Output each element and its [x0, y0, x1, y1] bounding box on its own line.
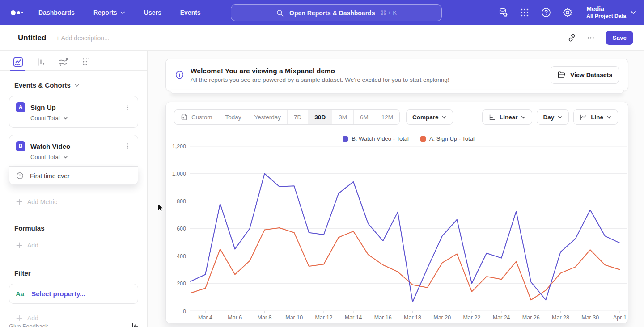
filter-header: Filter [14, 269, 147, 277]
metric-menu-icon[interactable] [123, 103, 132, 112]
legend-swatch [420, 136, 426, 142]
copy-link-icon[interactable] [568, 34, 576, 42]
x-axis-label: Mar 26 [522, 314, 540, 321]
tab-retention[interactable] [81, 56, 92, 70]
y-axis-label: 400 [177, 253, 186, 260]
chart-type-selector[interactable]: Line [573, 109, 618, 125]
primary-nav: DashboardsReportsUsersEvents [38, 9, 201, 16]
legend-item-b-watch-video-total[interactable]: B. Watch Video - Total [343, 135, 409, 142]
nav-item-events[interactable]: Events [180, 9, 201, 16]
plus-icon [16, 242, 22, 248]
add-description-field[interactable]: + Add description... [56, 34, 109, 42]
metric-card-b[interactable]: B Watch Video Count Total [9, 135, 138, 167]
x-axis-label: Mar 18 [404, 314, 421, 321]
chart-legend: B. Watch Video - TotalA. Sign Up - Total [191, 135, 627, 142]
y-axis-label: 200 [177, 281, 186, 287]
metric-name[interactable]: Sign Up [30, 104, 119, 111]
plus-icon [16, 199, 22, 205]
range-3m[interactable]: 3M [332, 110, 353, 124]
tab-insights[interactable] [13, 56, 24, 70]
compare-button[interactable]: Compare [406, 109, 453, 125]
more-options-icon[interactable] [587, 34, 595, 42]
x-axis-label: Apr 1 [613, 314, 627, 321]
aggregation-selector[interactable]: Count Total [9, 112, 138, 127]
global-search-input[interactable]: Open Reports & Dashboards ⌘ + K [231, 4, 442, 21]
add-filter-button[interactable]: Add [16, 314, 147, 322]
aggregation-selector[interactable]: Count Total [9, 151, 138, 166]
line-chart[interactable]: 02004006008001,0001,200Mar 4Mar 6Mar 8Ma… [166, 143, 629, 322]
y-axis-label: 0 [183, 308, 186, 314]
banner-title: Welcome! You are viewing a Mixpanel demo [191, 67, 449, 75]
first-time-ever-option[interactable]: First time ever [9, 167, 138, 185]
metric-badge-a: A [16, 102, 25, 112]
add-formula-button[interactable]: Add [16, 242, 147, 249]
project-selector[interactable]: Media All Project Data [586, 5, 636, 20]
series-b-watch-video-total[interactable] [191, 174, 620, 302]
range-6m[interactable]: 6M [353, 110, 375, 124]
x-axis-label: Mar 20 [433, 314, 451, 321]
x-axis-label: Mar 8 [258, 314, 272, 321]
x-axis-label: Mar 6 [228, 314, 242, 321]
range-today[interactable]: Today [219, 110, 248, 124]
x-axis-label: Mar 10 [285, 314, 303, 321]
clock-icon [16, 172, 24, 180]
tab-flows[interactable] [58, 56, 69, 70]
x-axis-label: Mar 28 [552, 314, 569, 321]
range-yesterday[interactable]: Yesterday [248, 110, 288, 124]
mixpanel-logo-icon[interactable] [11, 10, 23, 15]
select-property-placeholder: Select property... [31, 290, 85, 298]
line-chart-icon [580, 113, 587, 121]
chart-controls: CustomTodayYesterday7D30D3M6M12M Compare… [166, 102, 628, 125]
insights-chart-card: CustomTodayYesterday7D30D3M6M12M Compare… [165, 102, 628, 323]
chevron-down-icon [63, 116, 68, 121]
range-custom[interactable]: Custom [174, 110, 219, 124]
range-7d[interactable]: 7D [287, 110, 308, 124]
apps-grid-icon[interactable] [519, 7, 530, 18]
legend-swatch [343, 136, 348, 142]
report-title[interactable]: Untitled [18, 34, 46, 42]
report-type-tabs [0, 51, 147, 71]
x-axis-label: Mar 12 [315, 314, 332, 321]
demo-banner: Welcome! You are viewing a Mixpanel demo… [165, 59, 628, 91]
save-button[interactable]: Save [606, 31, 633, 45]
settings-icon[interactable] [562, 7, 573, 18]
query-builder-sidebar: Events & Cohorts A Sign Up Count Total B… [0, 51, 148, 327]
nav-item-users[interactable]: Users [144, 9, 161, 16]
nav-item-reports[interactable]: Reports [93, 9, 125, 16]
metric-card-a[interactable]: A Sign Up Count Total [9, 96, 138, 128]
x-axis-label: Mar 24 [493, 314, 510, 321]
help-icon[interactable] [541, 7, 551, 18]
metric-badge-b: B [16, 141, 25, 151]
range-12m[interactable]: 12M [375, 110, 399, 124]
chevron-down-icon [558, 115, 563, 120]
filter-property-selector[interactable]: Aa Select property... [9, 284, 138, 304]
view-datasets-button[interactable]: View Datasets [551, 66, 619, 84]
metric-name[interactable]: Watch Video [30, 143, 119, 150]
banner-subtitle: All the reports you see are powered by a… [191, 76, 449, 83]
interval-selector[interactable]: Day [537, 109, 569, 125]
chevron-down-icon [442, 115, 447, 120]
formulas-header: Formulas [14, 224, 147, 232]
data-pipelines-icon[interactable] [498, 7, 508, 18]
events-cohorts-header[interactable]: Events & Cohorts [14, 81, 147, 89]
scale-selector[interactable]: Linear [482, 109, 533, 125]
metric-menu-icon[interactable] [123, 142, 132, 151]
search-shortcut: ⌘ + K [380, 9, 397, 16]
legend-item-a-sign-up-total[interactable]: A. Sign Up - Total [420, 135, 475, 142]
property-type-icon: Aa [16, 290, 24, 298]
project-name: Media [586, 5, 626, 13]
date-range-segmented-control: CustomTodayYesterday7D30D3M6M12M [174, 109, 400, 125]
chevron-down-icon [521, 115, 526, 120]
project-subtitle: All Project Data [586, 13, 626, 20]
series-a-sign-up-total[interactable] [191, 228, 620, 300]
calendar-icon [181, 113, 188, 121]
range-30d[interactable]: 30D [308, 110, 332, 124]
y-axis-label: 1,200 [172, 143, 186, 150]
collapse-sidebar-icon[interactable] [131, 322, 139, 327]
tab-funnels[interactable] [35, 56, 47, 70]
add-metric-button[interactable]: Add Metric [16, 198, 147, 205]
x-axis-label: Mar 4 [198, 314, 212, 321]
give-feedback-link[interactable]: Give Feedback [9, 323, 48, 327]
nav-item-dashboards[interactable]: Dashboards [38, 9, 75, 16]
folder-icon [557, 71, 566, 79]
